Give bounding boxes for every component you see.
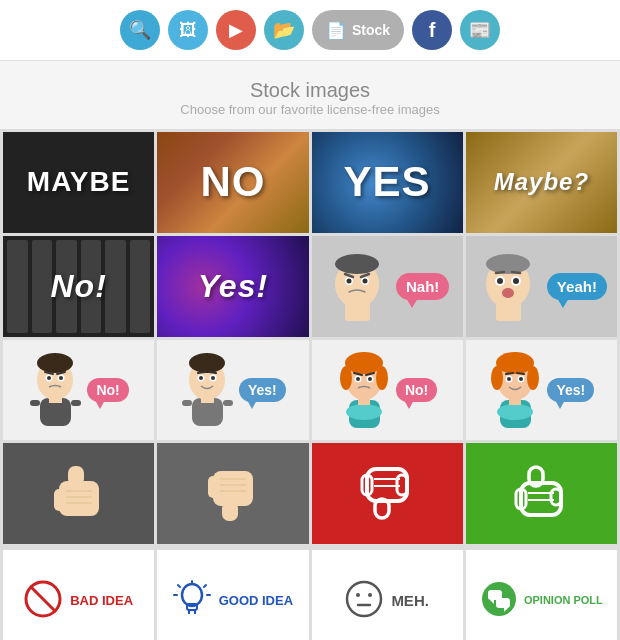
svg-point-26	[59, 376, 63, 380]
facebook-icon: f	[429, 19, 436, 42]
svg-point-107	[356, 593, 360, 597]
page-header: Stock images Choose from our favorite li…	[0, 61, 620, 129]
grid-item-nah[interactable]: Nah!	[312, 236, 463, 337]
grid-item-boy-yes[interactable]: Yes!	[157, 340, 308, 441]
folder-icon: 📂	[273, 19, 295, 41]
nav-video-button[interactable]: ▶	[216, 10, 256, 50]
news-icon: 📰	[469, 19, 491, 41]
svg-point-108	[368, 593, 372, 597]
svg-line-68	[517, 373, 524, 374]
boy-no-label: No!	[96, 382, 119, 398]
girl-yes-bubble: Yes!	[547, 378, 594, 402]
yeah-bubble: Yeah!	[547, 273, 607, 300]
svg-point-44	[346, 404, 382, 420]
cartoon-girl-svg	[337, 350, 392, 430]
good-idea-label: GOOD IDEA	[219, 593, 293, 609]
opinion-poll-icon	[480, 580, 518, 622]
bad-idea-label: BAD IDEA	[70, 593, 133, 609]
no-label: NO	[200, 158, 265, 206]
grid-item-yeah[interactable]: Yeah!	[466, 236, 617, 337]
svg-point-61	[491, 366, 503, 390]
svg-point-18	[502, 288, 514, 298]
maybe2-label: Maybe?	[494, 168, 589, 196]
maybe-label: MAYBE	[27, 166, 131, 198]
nav-folder-button[interactable]: 📂	[264, 10, 304, 50]
svg-rect-77	[208, 476, 218, 498]
grid-item-bad-idea[interactable]: BAD IDEA	[3, 550, 154, 640]
grid-item-maybe[interactable]: MAYBE	[3, 132, 154, 233]
svg-point-15	[497, 278, 503, 284]
angry-face-svg	[325, 246, 390, 326]
svg-point-66	[519, 377, 523, 381]
svg-point-64	[507, 377, 511, 381]
svg-point-62	[527, 366, 539, 390]
svg-rect-79	[222, 501, 238, 521]
thumbs-up-outline-svg	[506, 461, 576, 526]
surprised-face-svg	[476, 246, 541, 326]
svg-point-53	[368, 377, 372, 381]
nav-stock-button[interactable]: 📄 Stock	[312, 10, 404, 50]
bad-idea-icon	[24, 580, 62, 622]
svg-point-24	[47, 376, 51, 380]
nav-facebook-button[interactable]: f	[412, 10, 452, 50]
nav-search-button[interactable]: 🔍	[120, 10, 160, 50]
grid-item-girl-yes[interactable]: Yes!	[466, 340, 617, 441]
boy-no-bubble: No!	[87, 378, 128, 402]
page-subtitle: Choose from our favorite license-free im…	[0, 102, 620, 117]
grid-item-meh[interactable]: MEH.	[312, 550, 463, 640]
svg-rect-41	[182, 400, 192, 406]
svg-rect-91	[551, 489, 561, 505]
svg-line-103	[204, 585, 206, 587]
yes-label: YES	[344, 158, 431, 206]
video-icon: ▶	[229, 19, 243, 41]
svg-point-38	[211, 376, 215, 380]
grid-item-yes[interactable]: YES	[312, 132, 463, 233]
grid-item-thumbs-down[interactable]	[157, 443, 308, 544]
grid-item-opinion-poll[interactable]: OPINION POLL	[466, 550, 617, 640]
grid-item-girl-no[interactable]: No!	[312, 340, 463, 441]
svg-line-39	[198, 372, 205, 373]
grid-item-no[interactable]: NO	[157, 132, 308, 233]
svg-line-13	[512, 272, 520, 273]
grid-item-thumbs-down-red[interactable]	[312, 443, 463, 544]
svg-rect-29	[30, 400, 40, 406]
nav-image-button[interactable]: 🖼	[168, 10, 208, 50]
nah-bubble: Nah!	[396, 273, 449, 300]
svg-rect-70	[54, 489, 64, 511]
grid-item-thumbs-up-green[interactable]	[466, 443, 617, 544]
svg-line-102	[178, 585, 180, 587]
thumbs-down-outline-svg	[352, 461, 422, 526]
grid-item-boy-no[interactable]: No!	[3, 340, 154, 441]
svg-point-22	[37, 353, 73, 373]
nav-news-button[interactable]: 📰	[460, 10, 500, 50]
grid-item-good-idea[interactable]: GOOD IDEA	[157, 550, 308, 640]
girl-no-label: No!	[405, 382, 428, 398]
yes2-label: Yes!	[198, 268, 268, 305]
grid-item-yes2[interactable]: Yes!	[157, 236, 308, 337]
svg-point-36	[199, 376, 203, 380]
svg-point-34	[189, 353, 225, 373]
opinion-poll-label: OPINION POLL	[524, 594, 603, 607]
svg-line-12	[496, 272, 504, 273]
svg-point-2	[335, 254, 379, 274]
cartoon-girl2-svg	[488, 350, 543, 430]
cartoon-boy2-svg	[180, 350, 235, 430]
bars-background	[3, 236, 154, 337]
grid-item-thumbs-up[interactable]	[3, 443, 154, 544]
svg-rect-30	[71, 400, 81, 406]
meh-label: MEH.	[391, 592, 429, 610]
svg-line-40	[209, 372, 216, 373]
nav-stock-label: Stock	[352, 22, 390, 38]
page-title: Stock images	[0, 79, 620, 102]
meh-icon	[345, 580, 383, 622]
grid-item-maybe2[interactable]: Maybe?	[466, 132, 617, 233]
svg-rect-72	[68, 466, 84, 486]
svg-point-57	[497, 404, 533, 420]
grid-item-no2[interactable]: No!	[3, 236, 154, 337]
stock-icon: 📄	[326, 21, 346, 40]
yeah-label: Yeah!	[557, 278, 597, 295]
nav-bar: 🔍 🖼 ▶ 📂 📄 Stock f 📰	[0, 0, 620, 61]
good-idea-icon	[173, 580, 211, 622]
svg-rect-113	[496, 598, 510, 608]
svg-point-49	[376, 366, 388, 390]
